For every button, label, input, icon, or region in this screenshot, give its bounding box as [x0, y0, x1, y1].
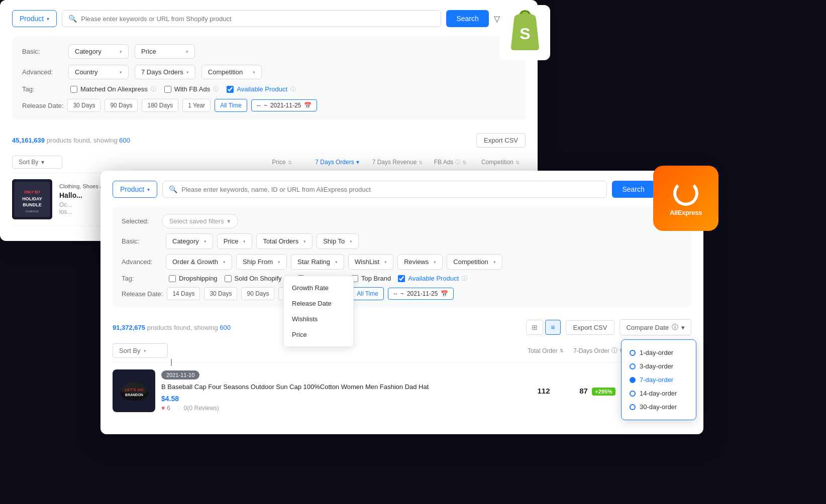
ali-sort-select[interactable]: Sort By ▾ |	[113, 343, 168, 358]
info-icon-ap: ⓘ	[462, 275, 467, 282]
ali-category-select[interactable]: Category▾	[166, 233, 213, 249]
shopify-export-btn[interactable]: Export CSV	[476, 133, 526, 148]
total-order-col[interactable]: Total Order ⇅	[521, 347, 571, 354]
ali-competition-select[interactable]: Competition▾	[447, 254, 502, 270]
radio-empty-30	[630, 404, 636, 410]
sort-release-date[interactable]: Release Date	[284, 296, 353, 311]
ali-heart-row: ♥ 6 ☆ 0(0 Reviews)	[161, 405, 518, 412]
chevron-down-icon-cd: ▾	[681, 324, 685, 331]
7days-revenue-col-header[interactable]: 7 Days Revenue ⇅	[370, 159, 425, 166]
ali-price-select[interactable]: Price▾	[217, 233, 253, 249]
sort-price[interactable]: Price	[284, 327, 353, 342]
ali-product-dropdown[interactable]: Product ▾	[113, 181, 157, 198]
compare-option-14day[interactable]: 14-day-order	[630, 387, 688, 400]
ali-reviews-select[interactable]: Reviews▾	[397, 254, 443, 270]
shopify-7days-select[interactable]: 7 Days Orders▾	[135, 65, 195, 79]
shopify-competition-select[interactable]: Competition▾	[201, 65, 262, 79]
shopify-search-input-wrap: 🔍	[62, 10, 441, 27]
ali-product-row: LET'S GO BRANDON 2021-11-10 B Baseball C…	[113, 362, 691, 419]
sort-dropdown-popup: Growth Rate Release Date Wishlists Price	[283, 276, 354, 347]
90days-btn[interactable]: 90 Days	[105, 99, 138, 112]
growth-badge: +295%	[592, 388, 615, 396]
compare-option-3day[interactable]: 3-day-order	[630, 359, 688, 373]
shopify-search-button[interactable]: Search	[446, 10, 488, 27]
ali-product-info: 2021-11-10 B Baseball Cap Four Seasons O…	[161, 370, 518, 412]
top-brand-checkbox[interactable]: Top Brand	[351, 275, 391, 282]
search-icon: 🔍	[68, 15, 77, 23]
grid-view-btn[interactable]: ⊞	[526, 320, 543, 335]
alltime-btn[interactable]: All Time	[215, 99, 247, 112]
sold-shopify-checkbox[interactable]: Sold On Shopify ⓘ	[225, 275, 290, 282]
product-thumbnail: ONLY $97 HOLIDAY BUNDLE GAMAGE	[12, 179, 52, 219]
selected-label: Selected:	[122, 217, 157, 225]
shopify-results-text: 45,161,639 products found, showing 600	[12, 137, 130, 144]
calendar-icon: 📅	[304, 102, 312, 109]
shopify-search-input[interactable]	[81, 15, 435, 23]
aliexpress-panel: AliExpress Product ▾ 🔍 Search ▽ Exclude …	[100, 171, 703, 434]
ali-available-product-checkbox[interactable]: Available Product ⓘ	[398, 275, 467, 282]
ali-date-range[interactable]: -- ~ 2021-11-25 📅	[388, 288, 454, 300]
competition-col-header[interactable]: Competition ⇅	[475, 159, 526, 166]
shopify-search-row: Product ▾ 🔍 Search ▽ Exclude	[12, 10, 526, 27]
ali-advanced-row: Advanced: Order & Growth▾ Ship From▾ Sta…	[122, 254, 682, 270]
ali-wishlist-select[interactable]: WishList▾	[348, 254, 393, 270]
available-product-checkbox[interactable]: Available Product ⓘ	[227, 85, 296, 93]
matched-aliexpress-checkbox[interactable]: Matched On Aliexpress ⓘ	[70, 85, 156, 93]
dropshipping-checkbox[interactable]: Dropshipping	[169, 275, 218, 282]
list-view-btn[interactable]: ≡	[545, 320, 560, 335]
compare-option-1day[interactable]: 1-day-order	[630, 346, 688, 359]
7day-orders-stat: 87 +295%	[570, 387, 625, 396]
shopify-price-select[interactable]: Price▾	[135, 44, 195, 59]
shopify-category-select[interactable]: Category▾	[68, 44, 129, 59]
ali-search-button[interactable]: Search	[612, 181, 654, 198]
ali-export-btn[interactable]: Export CSV	[566, 320, 615, 335]
view-toggle: ⊞ ≡	[526, 320, 560, 335]
total-orders-stat: 112	[524, 387, 564, 396]
ali-alltime-btn[interactable]: All Time	[351, 287, 384, 300]
ali-product-thumb: LET'S GO BRANDON	[113, 369, 155, 412]
price-col-header[interactable]: Price ⇅	[259, 159, 304, 166]
ali-results-text: 91,372,675 products found, showing 600	[113, 324, 231, 331]
shopify-sort-select[interactable]: Sort By ▾	[12, 156, 62, 169]
ali-order-growth-select[interactable]: Order & Growth▾	[166, 254, 232, 270]
ali-ship-from-select[interactable]: Ship From▾	[236, 254, 287, 270]
fb-ads-col-header[interactable]: FB Ads ⓘ ⇅	[430, 159, 470, 166]
svg-text:HOLIDAY: HOLIDAY	[22, 196, 42, 201]
sort-wishlists[interactable]: Wishlists	[284, 311, 353, 327]
shopify-product-dropdown[interactable]: Product ▾	[12, 10, 57, 27]
shopify-advanced-row: Advanced: Country▾ 7 Days Orders▾ Compet…	[22, 65, 515, 79]
compare-option-7day[interactable]: 7-day-order	[630, 373, 688, 387]
shopify-country-select[interactable]: Country▾	[68, 65, 129, 79]
7days-orders-col-header[interactable]: 7 Days Orders ▾	[309, 159, 365, 166]
ali-calendar-icon: 📅	[441, 290, 448, 297]
compare-option-30day[interactable]: 30-day-order	[630, 400, 688, 414]
svg-text:BRANDON: BRANDON	[125, 393, 143, 397]
svg-text:GAMAGE: GAMAGE	[26, 210, 39, 213]
info-icon-4: ⓘ	[455, 159, 460, 166]
ali-90days-btn[interactable]: 90 Days	[241, 287, 274, 300]
ali-14days-btn[interactable]: 14 Days	[167, 287, 200, 300]
ali-ship-to-select[interactable]: Ship To▾	[317, 233, 359, 249]
180days-btn[interactable]: 180 Days	[142, 99, 178, 112]
release-label: Release Date:	[22, 102, 63, 109]
30days-btn[interactable]: 30 Days	[67, 99, 100, 112]
ali-30days-btn[interactable]: 30 Days	[204, 287, 237, 300]
ali-search-input[interactable]	[181, 186, 600, 193]
shopify-date-range[interactable]: -- ~ 2021-11-25 📅	[251, 99, 317, 111]
chevron-down-icon: ▾	[47, 16, 49, 22]
chevron-down-icon-ali: ▾	[147, 187, 150, 192]
saved-filters-btn[interactable]: Select saved filters ▾	[162, 214, 238, 228]
ali-date-badge: 2021-11-10	[161, 370, 199, 380]
star-empty-1: ☆	[176, 405, 182, 412]
sort-growth-rate[interactable]: Growth Rate	[284, 280, 353, 296]
ali-total-orders-select[interactable]: Total Orders▾	[256, 233, 313, 249]
1year-btn[interactable]: 1 Year	[182, 99, 211, 112]
fb-ads-checkbox[interactable]: With FB Ads ⓘ	[164, 85, 219, 93]
7days-order-col[interactable]: 7-Days Order ⓘ ⇅	[571, 346, 626, 355]
svg-text:S: S	[520, 25, 530, 43]
compare-date-btn[interactable]: Compare Date ⓘ ▾	[620, 319, 691, 335]
info-icon-cd: ⓘ	[672, 323, 678, 332]
ali-star-rating-select[interactable]: Star Rating▾	[291, 254, 344, 270]
ali-tag-row: Tag: Dropshipping Sold On Shopify ⓘ With…	[122, 275, 682, 282]
chevron-down-sort: ▾	[144, 348, 146, 353]
